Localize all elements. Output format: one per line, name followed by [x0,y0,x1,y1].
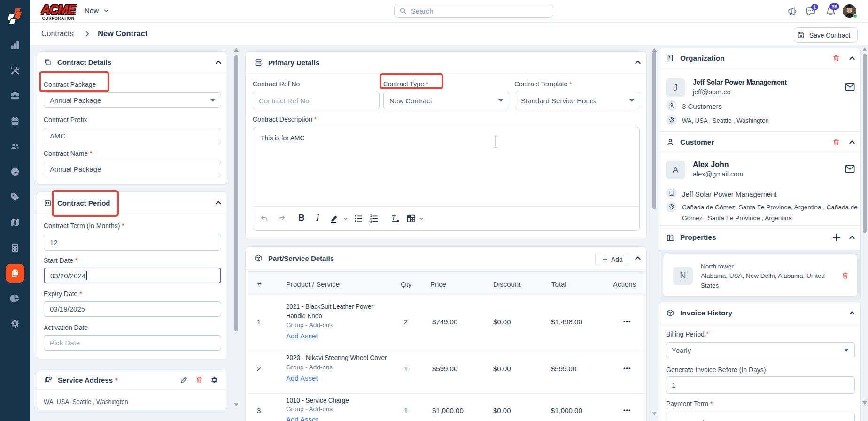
svg-text:3: 3 [370,221,372,223]
svg-text:T: T [392,214,396,222]
